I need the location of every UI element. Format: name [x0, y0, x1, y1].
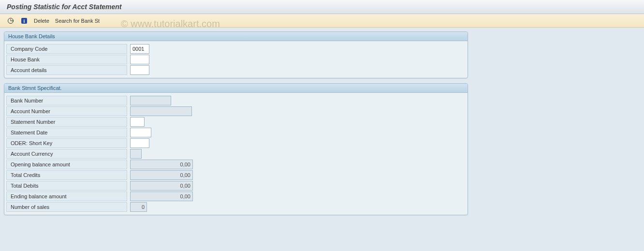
- company-code-label: Company Code: [6, 44, 127, 54]
- total-debits-input: [130, 181, 193, 191]
- account-details-label: Account details: [6, 65, 127, 75]
- total-debits-label: Total Debits: [6, 181, 127, 191]
- svg-text:i: i: [24, 18, 25, 24]
- delete-button[interactable]: Delete: [34, 18, 49, 24]
- page-title: Posting Statistic for Acct Statement: [7, 3, 637, 11]
- account-currency-input: [130, 149, 142, 159]
- number-sales-input: [130, 202, 147, 212]
- ending-balance-label: Ending balance amount: [6, 192, 127, 201]
- group-header: House Bank Details: [4, 32, 468, 41]
- search-bank-button[interactable]: Search for Bank St: [55, 18, 100, 24]
- account-number-input: [130, 106, 192, 116]
- company-code-input[interactable]: [130, 44, 149, 54]
- statement-number-input[interactable]: [130, 117, 145, 127]
- content-area: House Bank Details Company Code House Ba…: [0, 28, 644, 251]
- group-header: Bank Stmnt Specificat.: [4, 84, 468, 93]
- number-sales-label: Number of sales: [6, 202, 127, 212]
- info-icon[interactable]: i: [20, 17, 28, 25]
- toolbar: i Delete Search for Bank St: [0, 14, 644, 28]
- execute-icon[interactable]: [7, 17, 15, 25]
- bank-stmnt-specificat-group: Bank Stmnt Specificat. Bank Number Accou…: [4, 83, 468, 215]
- bank-number-label: Bank Number: [6, 96, 127, 105]
- title-bar: Posting Statistic for Acct Statement: [0, 0, 644, 14]
- ending-balance-input: [130, 192, 193, 201]
- house-bank-details-group: House Bank Details Company Code House Ba…: [4, 31, 468, 78]
- total-credits-label: Total Credits: [6, 170, 127, 180]
- opening-balance-label: Opening balance amount: [6, 160, 127, 169]
- oder-short-key-input[interactable]: [130, 138, 149, 148]
- house-bank-input[interactable]: [130, 55, 149, 64]
- bank-number-input: [130, 96, 171, 105]
- account-currency-label: Account Currency: [6, 149, 127, 159]
- account-details-input[interactable]: [130, 65, 149, 75]
- total-credits-input: [130, 170, 193, 180]
- statement-number-label: Statement Number: [6, 117, 127, 127]
- account-number-label: Account Number: [6, 106, 127, 116]
- house-bank-label: House Bank: [6, 55, 127, 64]
- statement-date-input[interactable]: [130, 128, 151, 137]
- statement-date-label: Statement Date: [6, 128, 127, 137]
- opening-balance-input: [130, 160, 193, 169]
- oder-short-key-label: ODER: Short Key: [6, 138, 127, 148]
